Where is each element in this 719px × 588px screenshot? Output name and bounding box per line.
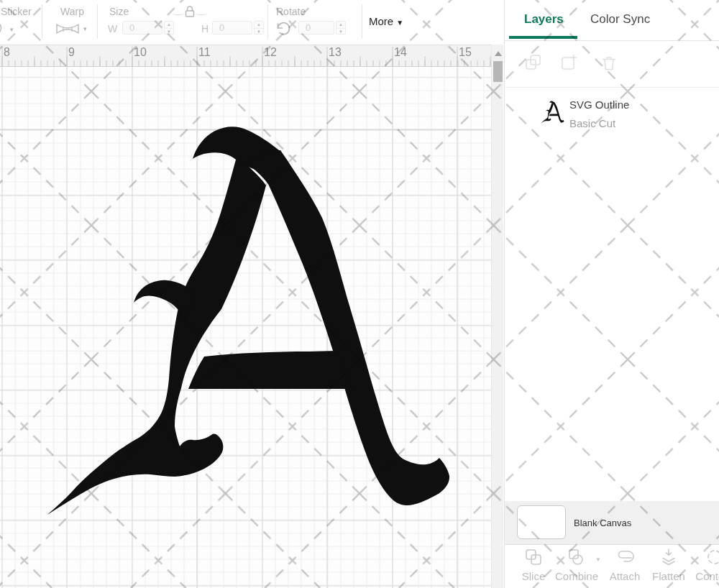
rotate-icon[interactable]: [275, 21, 292, 38]
tab-bar-border: [505, 40, 719, 41]
sticker-group-label: Sticker: [1, 6, 32, 17]
ruler-number: 13: [329, 46, 342, 59]
layer-row-svg-outline[interactable]: SVG Outline Basic Cut: [505, 92, 719, 137]
contour-label: Contour: [694, 570, 719, 582]
ruler-number: 11: [198, 46, 211, 59]
more-button[interactable]: More▼: [369, 15, 403, 27]
ruler-number: 9: [68, 46, 75, 59]
contour-button[interactable]: Contour: [694, 548, 719, 582]
width-field-label: W: [108, 23, 117, 35]
ruler-number: 10: [134, 46, 147, 59]
warp-dropdown-caret[interactable]: ▾: [83, 25, 87, 32]
more-caret-icon: ▼: [396, 19, 403, 27]
toolbar-divider: [42, 4, 42, 39]
delete-layer-icon[interactable]: [600, 55, 618, 72]
size-lock-icon[interactable]: [183, 4, 196, 19]
ruler-number: 8: [4, 46, 10, 59]
rotate-label: Rotate: [276, 6, 306, 17]
height-input[interactable]: [212, 21, 252, 35]
warp-label: Warp: [60, 6, 84, 17]
toolbar-divider: [267, 4, 268, 39]
tab-color-sync[interactable]: Color Sync: [590, 12, 650, 27]
design-canvas[interactable]: [0, 67, 491, 588]
attach-label: Attach: [604, 570, 646, 582]
lock-connector: [197, 14, 206, 15]
warp-icon[interactable]: [55, 22, 81, 36]
contour-icon: [705, 548, 719, 566]
horizontal-ruler: 8 9 10 11 12 13 14 15: [0, 45, 491, 67]
combine-icon: [567, 548, 585, 566]
height-field-label: H: [201, 23, 209, 35]
layer-tools-row: [505, 50, 719, 79]
toolbar-divider: [97, 4, 98, 39]
layer-title: SVG Outline: [569, 98, 629, 111]
width-input[interactable]: [122, 21, 162, 35]
attach-button[interactable]: Attach: [604, 548, 646, 582]
scrollbar-thumb[interactable]: [493, 61, 503, 82]
combine-dropdown-caret[interactable]: ▼: [595, 556, 601, 563]
edit-toolbar: Sticker ▾ Warp ▾ Size W ▲▼ H ▲▼ Rotate ▲…: [0, 0, 505, 45]
active-tab-underline: [509, 36, 577, 39]
flatten-button[interactable]: Flatten: [648, 548, 690, 582]
attach-icon: [615, 548, 635, 566]
panel-divider: [505, 87, 719, 88]
canvas-vertical-scrollbar[interactable]: [491, 45, 503, 588]
rotate-input[interactable]: [298, 21, 334, 35]
flatten-icon: [659, 548, 678, 566]
layer-operation: Basic Cut: [569, 117, 615, 129]
ruler-number: 12: [264, 46, 277, 59]
group-icon[interactable]: [524, 53, 543, 72]
flatten-label: Flatten: [648, 570, 690, 582]
blank-canvas-label: Blank Canvas: [574, 518, 631, 528]
layer-thumbnail-blackletter-a: [541, 101, 564, 124]
toolbar-divider: [362, 4, 362, 39]
combine-label: Combine: [555, 570, 597, 582]
ruler-number: 14: [394, 46, 407, 59]
more-label: More: [369, 15, 393, 27]
sticker-icon[interactable]: [0, 20, 8, 36]
slice-label: Slice: [513, 570, 554, 582]
size-group-label: Size: [109, 6, 129, 17]
blank-canvas-row[interactable]: Blank Canvas: [505, 501, 719, 544]
combine-button[interactable]: ▼ Combine: [555, 548, 597, 582]
scroll-up-arrow-icon[interactable]: [495, 51, 502, 56]
rotate-stepper[interactable]: ▲▼: [336, 21, 346, 35]
layer-actions-bar: Slice ▼ Combine Attach Flatten: [505, 544, 719, 588]
tab-layers[interactable]: Layers: [524, 12, 564, 27]
slice-button[interactable]: Slice: [513, 548, 554, 582]
height-stepper[interactable]: ▲▼: [254, 21, 264, 35]
ruler-number: 15: [459, 46, 472, 59]
sticker-dropdown-caret[interactable]: ▾: [10, 26, 14, 33]
slice-icon: [524, 548, 543, 566]
lock-connector: [174, 14, 183, 15]
canvas-color-swatch[interactable]: [517, 505, 566, 539]
width-stepper[interactable]: ▲▼: [164, 21, 174, 35]
add-layer-icon[interactable]: [560, 53, 579, 72]
layers-panel: Layers Color Sync SVG Outline Basic Cut …: [504, 0, 719, 588]
